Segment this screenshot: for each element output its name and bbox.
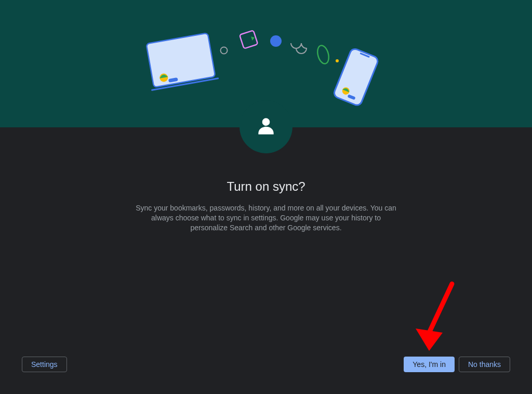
svg-point-7 <box>270 35 282 47</box>
svg-point-4 <box>221 47 228 54</box>
yes-button[interactable]: Yes, I'm in <box>404 357 455 372</box>
svg-point-14 <box>262 118 270 126</box>
dialog-title: Turn on sync? <box>12 179 520 194</box>
svg-rect-10 <box>332 47 379 107</box>
svg-point-9 <box>336 59 339 62</box>
dialog-description: Sync your bookmarks, passwords, history,… <box>133 203 399 233</box>
svg-rect-0 <box>146 33 215 87</box>
svg-point-8 <box>316 44 331 65</box>
settings-button[interactable]: Settings <box>22 357 67 372</box>
footer-right-group: Yes, I'm in No thanks <box>404 357 510 372</box>
dialog-content: Turn on sync? Sync your bookmarks, passw… <box>0 179 532 233</box>
svg-marker-16 <box>416 329 443 351</box>
no-thanks-button[interactable]: No thanks <box>459 357 510 372</box>
person-icon <box>255 114 277 139</box>
profile-avatar <box>240 100 292 153</box>
dialog-footer: Settings Yes, I'm in No thanks <box>0 357 532 372</box>
svg-marker-6 <box>251 35 255 40</box>
annotation-arrow <box>415 281 461 358</box>
svg-line-15 <box>429 284 452 333</box>
svg-rect-5 <box>240 30 258 48</box>
